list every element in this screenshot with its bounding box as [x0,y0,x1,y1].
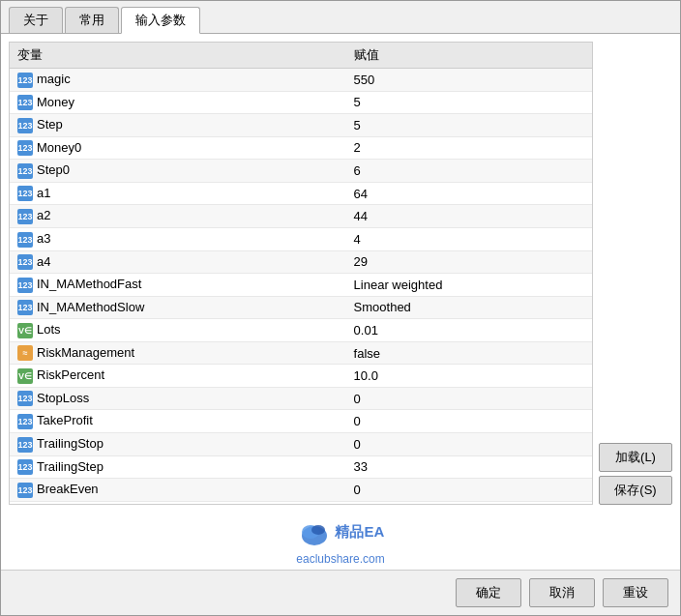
value-cell: Smoothed [346,296,592,319]
value-cell: 0 [346,479,592,502]
value-cell: 44 [346,205,592,228]
var-cell: 123Money0 [10,136,346,160]
col-value-header: 赋值 [346,43,592,69]
type-icon: V∈ [17,368,33,384]
value-cell: 0 [346,387,592,410]
var-cell: V∈Lots [10,319,346,342]
right-panel: 加载(L) 保存(S) [593,34,680,513]
type-icon: V∈ [17,323,33,338]
var-cell: 123a1 [10,182,346,205]
var-name: IN_MAMethodSlow [37,300,144,314]
table-row[interactable]: 123a244 [10,205,592,228]
svg-point-2 [311,525,325,535]
var-cell: V∈RiskPercent [10,365,346,388]
type-icon: 123 [17,254,33,270]
var-cell: 123IN_MAMethodFast [10,274,346,297]
table-row[interactable]: 123a34 [10,227,592,250]
type-icon: 123 [17,232,33,248]
var-cell: 123magic [10,69,346,92]
value-cell: 64 [346,182,592,205]
var-name: TakeProfit [37,413,93,427]
table-row[interactable]: 123magic550 [10,69,592,92]
type-icon: 123 [17,459,33,475]
var-name: magic [37,72,71,86]
var-cell: 123Step0 [10,160,346,183]
type-icon: 123 [17,278,33,293]
table-row[interactable]: 123StopLoss0 [10,387,592,410]
type-icon: 123 [17,140,33,156]
table-row[interactable]: 123IN_MAMethodSlowSmoothed [10,296,592,319]
var-name: IN_MAMethodFast [37,277,141,291]
table-row[interactable]: 123Money02 [10,136,592,160]
value-cell: 0 [346,410,592,433]
param-table-area[interactable]: 变量 赋值 123magic550123Money5123Step5123Mon… [9,42,593,505]
table-row[interactable]: 123TrailingStop0 [10,433,592,456]
reset-button[interactable]: 重设 [603,578,668,607]
type-icon: 123 [17,73,33,88]
main-window: 关于 常用 输入参数 变量 赋值 123magic550123Money5123… [0,0,681,616]
confirm-button[interactable]: 确定 [456,578,521,607]
type-icon: 123 [17,391,33,406]
table-row[interactable]: 123IN_MAMethodFastLinear weighted [10,274,592,297]
value-cell: 4 [346,227,592,250]
type-icon: ≈ [17,345,33,361]
table-row[interactable]: 123a429 [10,250,592,274]
tab-common[interactable]: 常用 [65,7,119,33]
var-name: Lots [37,322,61,337]
table-row[interactable]: 123a164 [10,182,592,205]
type-icon: 123 [17,414,33,429]
var-name: Step [37,117,63,132]
watermark-area: 精品EA eaclubshare.com [1,513,680,570]
var-name: RiskManagement [37,345,134,360]
type-icon: 123 [17,163,33,179]
tab-about[interactable]: 关于 [9,7,63,33]
var-name: RiskPercent [37,367,104,382]
tab-input-params[interactable]: 输入参数 [121,7,200,34]
load-button[interactable]: 加载(L) [599,443,672,472]
var-name: TrailingStep [37,459,104,474]
table-row[interactable]: ≈RiskManagementfalse [10,341,592,365]
var-name: Money [37,95,74,109]
table-row[interactable]: V∈RiskPercent10.0 [10,365,592,388]
var-cell: 123IN_MAMethodSlow [10,296,346,319]
param-table: 变量 赋值 123magic550123Money5123Step5123Mon… [10,43,592,505]
value-cell: 5 [346,91,592,114]
table-row[interactable]: 123TrailingStep33 [10,455,592,479]
type-icon: 123 [17,118,33,133]
type-icon: 123 [17,186,33,201]
table-row[interactable]: V∈Lots0.01 [10,319,592,342]
save-button[interactable]: 保存(S) [599,476,672,505]
var-name: Money0 [37,140,81,155]
var-cell: 123TakeProfit [10,410,346,433]
table-row[interactable]: 123Step06 [10,160,592,183]
watermark-url: eaclubshare.com [296,552,384,566]
footer-bar: 确定 取消 重设 [1,570,680,615]
var-name: a4 [37,254,50,269]
value-cell: 29 [346,250,592,274]
value-cell: 10.0 [346,365,592,388]
watermark-logo-icon [297,516,332,551]
table-row[interactable]: 123TakeProfit0 [10,410,592,433]
value-cell: 550 [346,69,592,92]
main-content: 变量 赋值 123magic550123Money5123Step5123Mon… [1,34,680,513]
var-name: a3 [37,231,50,246]
tab-bar: 关于 常用 输入参数 [1,1,680,34]
value-cell: 2 [346,136,592,160]
table-row[interactable]: ≈AddPositionstrue [10,501,592,505]
var-name: TrailingStop [37,436,104,451]
var-name: a1 [37,186,50,200]
var-cell: 123StopLoss [10,387,346,410]
var-cell: 123Step [10,114,346,137]
value-cell: 33 [346,455,592,479]
cancel-button[interactable]: 取消 [529,578,595,607]
var-cell: 123a3 [10,227,346,250]
table-row[interactable]: 123BreakEven0 [10,479,592,502]
table-row[interactable]: 123Step5 [10,114,592,137]
table-row[interactable]: 123Money5 [10,91,592,114]
var-cell: ≈AddPositions [10,501,346,505]
var-cell: 123a4 [10,250,346,274]
var-name: StopLoss [37,391,89,405]
type-icon: 123 [17,95,33,110]
type-icon: 123 [17,437,33,453]
var-name: Step0 [37,162,70,177]
